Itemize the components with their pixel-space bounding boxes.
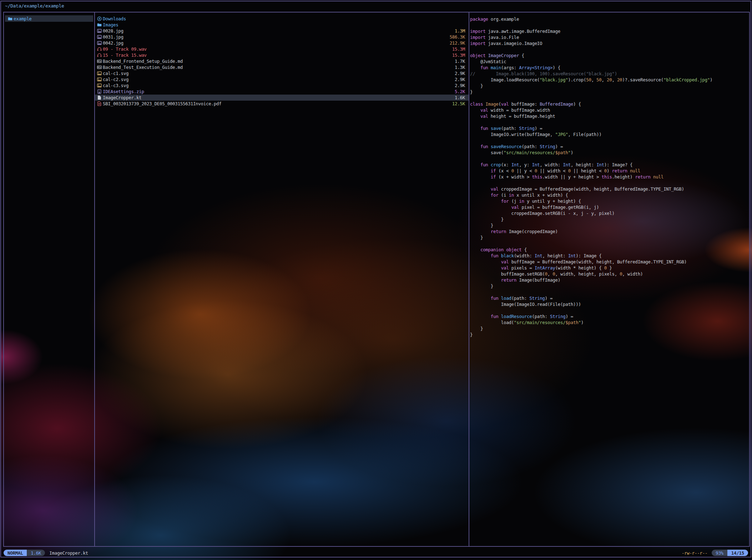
image-icon xyxy=(97,83,103,88)
cursor-position: 14/15 xyxy=(727,550,748,556)
file-permissions: -rw-r--r-- xyxy=(682,550,707,556)
file-name: 0042.jpg xyxy=(103,40,123,46)
preview-pane: package org.exampleimport java.awt.image… xyxy=(470,16,748,545)
file-size: 15.3M xyxy=(452,52,465,58)
code-line xyxy=(470,137,748,143)
code-line: object ImageCropper { xyxy=(470,52,748,59)
markdown-icon xyxy=(97,59,103,64)
code-line: save("src/main/resources/$path") xyxy=(470,150,748,156)
image-icon xyxy=(97,77,103,82)
file-name: Backend_Frontend_Setup_Guide.md xyxy=(103,58,183,64)
file-row[interactable]: ImageCropper.kt1.6K xyxy=(95,95,469,101)
folder-icon xyxy=(8,16,14,21)
download-icon xyxy=(97,16,103,21)
mode-pill: NORMAL 1.6K xyxy=(4,550,45,556)
pdf-icon xyxy=(97,101,103,106)
code-line: croppedImage.setRGB(i - x, j - y, pixel) xyxy=(470,210,748,216)
status-bar: NORMAL 1.6K ImageCropper.kt -rw-r--r-- 9… xyxy=(4,550,748,556)
file-row[interactable]: cal-c2.svg2.9K xyxy=(95,76,469,82)
code-line: import java.io.File xyxy=(470,34,748,40)
file-name: Downloads xyxy=(103,16,126,22)
code-line: class Image(val buffImage: BufferedImage… xyxy=(470,101,748,107)
file-row[interactable]: cal-c3.svg2.9K xyxy=(95,82,469,89)
code-line: Image.loadResource("black.jpg").crop(50,… xyxy=(470,77,748,83)
file-row[interactable]: cal-c1.svg2.9K xyxy=(95,70,469,76)
code-line: val height = buffImage.height xyxy=(470,113,748,119)
file-name: 0028.jpg xyxy=(103,28,123,34)
file-size: 2.9K xyxy=(455,82,465,89)
file-size: 1.6K xyxy=(455,95,465,101)
file-row[interactable]: Downloads xyxy=(95,16,469,22)
code-line: val croppedImage = BufferedImage(width, … xyxy=(470,186,748,192)
code-line: load("src/main/resources/$path") xyxy=(470,319,748,326)
code-line: } xyxy=(470,216,748,222)
code-line xyxy=(470,307,748,313)
file-row[interactable]: IDEAsettings.zip5.2K xyxy=(95,89,469,95)
code-line: fun main(args: Array<String>) { xyxy=(470,65,748,71)
file-row[interactable]: 09 - Track 09.wav15.3M xyxy=(95,46,469,52)
file-size: 1.3M xyxy=(455,28,465,34)
file-name: Backend_Test_Execution_Guide.md xyxy=(103,64,183,70)
zip-icon xyxy=(97,89,103,94)
file-list-pane: DownloadsImages0028.jpg1.3M0031.jpg586.3… xyxy=(95,12,469,546)
image-icon xyxy=(97,41,103,45)
code-line: buffImage.setRGB(0, 0, width, height, pi… xyxy=(470,271,748,277)
file-size: 586.3K xyxy=(450,34,465,40)
file-size: 15.3M xyxy=(452,46,465,52)
audio-icon xyxy=(97,47,103,51)
code-line xyxy=(470,95,748,101)
code-line: fun loadResource(path: String) = xyxy=(470,313,748,319)
file-size: 12.5K xyxy=(452,101,465,107)
file-row[interactable]: 0028.jpg1.3M xyxy=(95,28,469,34)
code-line xyxy=(470,241,748,247)
code-line: return Image(buffImage) xyxy=(470,277,748,283)
code-line xyxy=(470,22,748,28)
code-line: fun saveResource(path: String) = xyxy=(470,143,748,150)
status-right: -rw-r--r-- 93% 14/15 xyxy=(682,550,748,556)
file-row[interactable]: Backend_Frontend_Setup_Guide.md1.7K xyxy=(95,58,469,64)
pane-divider xyxy=(469,12,469,546)
file-row[interactable]: 15 - Track 15.wav15.3M xyxy=(95,52,469,58)
code-line: val pixel = buffImage.getRGB(i, j) xyxy=(470,204,748,210)
file-name: 15 - Track 15.wav xyxy=(103,52,147,58)
parent-dir-row[interactable]: example xyxy=(5,15,93,22)
code-line: fun load(path: String) = xyxy=(470,295,748,301)
file-size: 1.3K xyxy=(455,64,465,70)
code-line: } xyxy=(470,89,748,95)
code-line: } xyxy=(470,283,748,289)
code-line: } xyxy=(470,83,748,89)
code-line: import javax.imageio.ImageIO xyxy=(470,40,748,46)
file-row[interactable]: Images xyxy=(95,22,469,28)
image-icon xyxy=(97,35,103,39)
file-name: cal-c2.svg xyxy=(103,76,128,82)
code-line: val buffImage = BufferedImage(width, hei… xyxy=(470,259,748,265)
code-line xyxy=(470,156,748,162)
file-row[interactable]: Backend_Test_Execution_Guide.md1.3K xyxy=(95,64,469,70)
file-name: SBI_0032013739_2023_DE05_0003155631Invoi… xyxy=(103,101,221,107)
file-row[interactable]: 0031.jpg586.3K xyxy=(95,34,469,40)
file-row[interactable]: 0042.jpg212.9K xyxy=(95,40,469,46)
file-row[interactable]: SBI_0032013739_2023_DE05_0003155631Invoi… xyxy=(95,101,469,107)
code-line: if (x + width > this.width || y + height… xyxy=(470,174,748,180)
code-line: fun black(width: Int, height: Int): Imag… xyxy=(470,253,748,259)
file-icon xyxy=(97,95,103,100)
parent-dir-name: example xyxy=(14,16,32,21)
file-size: 212.9K xyxy=(450,40,465,46)
file-name: cal-c1.svg xyxy=(103,70,128,76)
mode-badge: NORMAL xyxy=(4,550,27,556)
code-line: val pixels = IntArray(width * height) { … xyxy=(470,265,748,271)
code-line: fun save(path: String) = xyxy=(470,125,748,131)
status-file-size: 1.6K xyxy=(27,550,45,556)
code-line: } xyxy=(470,222,748,228)
code-line: } xyxy=(470,332,748,338)
code-line: ImageIO.write(buffImage, "JPG", File(pat… xyxy=(470,131,748,137)
code-line: for (i in x until x + width) { xyxy=(470,192,748,198)
code-line: fun crop(x: Int, y: Int, width: Int, hei… xyxy=(470,162,748,168)
folder-icon xyxy=(97,22,103,27)
path-bar: ~/Data/example/example xyxy=(5,3,64,9)
status-file-name: ImageCropper.kt xyxy=(49,550,88,556)
code-line xyxy=(470,46,748,52)
code-line: Image(ImageIO.read(File(path))) xyxy=(470,301,748,307)
code-line xyxy=(470,119,748,125)
code-line: return Image(croppedImage) xyxy=(470,228,748,234)
